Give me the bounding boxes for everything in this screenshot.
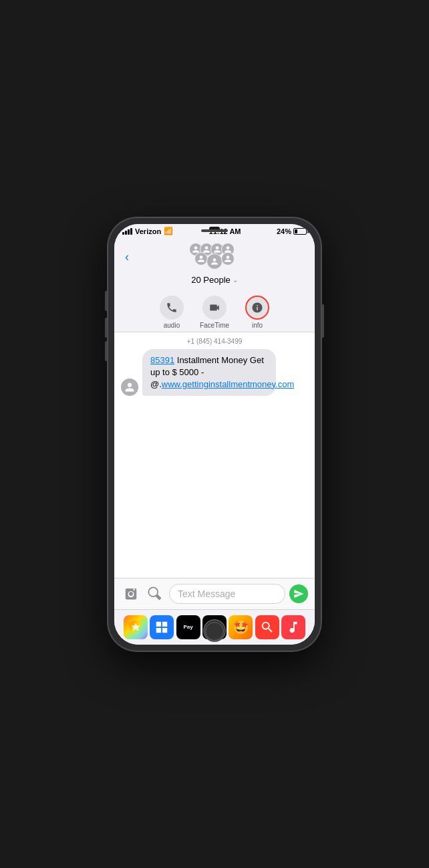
info-button[interactable]: info bbox=[245, 296, 269, 329]
sender-phone: +1 (845) 414-3499 bbox=[121, 338, 308, 345]
battery-icon bbox=[293, 228, 307, 235]
back-button[interactable]: ‹ bbox=[125, 250, 129, 264]
emoji-icon: 🤩 bbox=[233, 619, 249, 635]
music-icon bbox=[286, 620, 301, 635]
input-area: Text Message bbox=[114, 578, 315, 609]
chevron-down-icon: ⌄ bbox=[233, 276, 238, 284]
appstore-app[interactable] bbox=[150, 615, 174, 639]
emoji-app[interactable]: 🤩 bbox=[229, 615, 253, 639]
status-right: 24% bbox=[277, 227, 307, 235]
nav-top: ‹ bbox=[125, 243, 304, 272]
avatars-container bbox=[188, 243, 241, 272]
messages-area: +1 (845) 414-3499 85391 Installment Mone… bbox=[114, 332, 315, 578]
facetime-label: FaceTime bbox=[200, 322, 229, 329]
audio-button[interactable]: audio bbox=[160, 296, 184, 329]
nav-bar: ‹ bbox=[114, 239, 315, 290]
search-dock-icon bbox=[260, 620, 275, 635]
appstore-dock-icon bbox=[154, 620, 169, 635]
photos-app[interactable] bbox=[124, 615, 148, 639]
input-placeholder: Text Message bbox=[178, 588, 235, 599]
applepay-label: Pay bbox=[183, 624, 192, 630]
appstore-icon bbox=[148, 586, 162, 601]
sender-avatar bbox=[121, 378, 138, 396]
carrier-label: Verizon bbox=[135, 227, 161, 235]
avatar-large bbox=[206, 253, 223, 269]
avatar bbox=[221, 252, 235, 265]
info-label: info bbox=[252, 322, 263, 329]
message-row: 85391 Installment Money Get up to $ 5000… bbox=[121, 349, 308, 397]
speaker bbox=[201, 229, 228, 232]
short-code-link[interactable]: 85391 bbox=[150, 355, 174, 365]
action-row: audio FaceTime info bbox=[114, 290, 315, 332]
home-button-inner bbox=[205, 622, 224, 641]
battery-fill bbox=[295, 229, 297, 233]
message-bubble: 85391 Installment Money Get up to $ 5000… bbox=[142, 349, 276, 397]
music-app[interactable] bbox=[281, 615, 305, 639]
camera-icon bbox=[124, 586, 138, 601]
wifi-icon: 📶 bbox=[164, 227, 173, 235]
applepay-app[interactable]: Pay bbox=[176, 615, 200, 639]
send-icon bbox=[293, 588, 304, 599]
signal-icon bbox=[122, 228, 132, 235]
photos-icon bbox=[128, 620, 143, 635]
appstore-button[interactable] bbox=[145, 584, 165, 604]
phone-screen: Verizon 📶 11:12 AM 24% ‹ bbox=[114, 224, 315, 645]
facetime-button[interactable]: FaceTime bbox=[200, 296, 229, 329]
group-label[interactable]: 20 People ⌄ bbox=[125, 275, 304, 285]
audio-label: audio bbox=[164, 322, 180, 329]
avatar-icon bbox=[124, 382, 135, 393]
facetime-icon-circle bbox=[202, 296, 227, 320]
video-icon bbox=[208, 302, 221, 314]
status-left: Verizon 📶 bbox=[122, 227, 173, 235]
search-app[interactable] bbox=[255, 615, 279, 639]
text-message-input[interactable]: Text Message bbox=[169, 584, 285, 604]
info-icon bbox=[251, 302, 263, 314]
avatar bbox=[194, 252, 208, 265]
phone-icon bbox=[166, 302, 178, 314]
info-icon-circle bbox=[245, 296, 269, 320]
group-avatars bbox=[188, 243, 241, 272]
phone-frame: Verizon 📶 11:12 AM 24% ‹ bbox=[108, 217, 321, 651]
audio-icon-circle bbox=[160, 296, 184, 320]
battery-percent: 24% bbox=[277, 227, 291, 235]
camera-button[interactable] bbox=[121, 584, 141, 604]
send-button[interactable] bbox=[289, 584, 308, 603]
website-link[interactable]: www.gettinginstallmentmoney.com bbox=[162, 379, 294, 389]
home-button[interactable] bbox=[203, 619, 226, 642]
